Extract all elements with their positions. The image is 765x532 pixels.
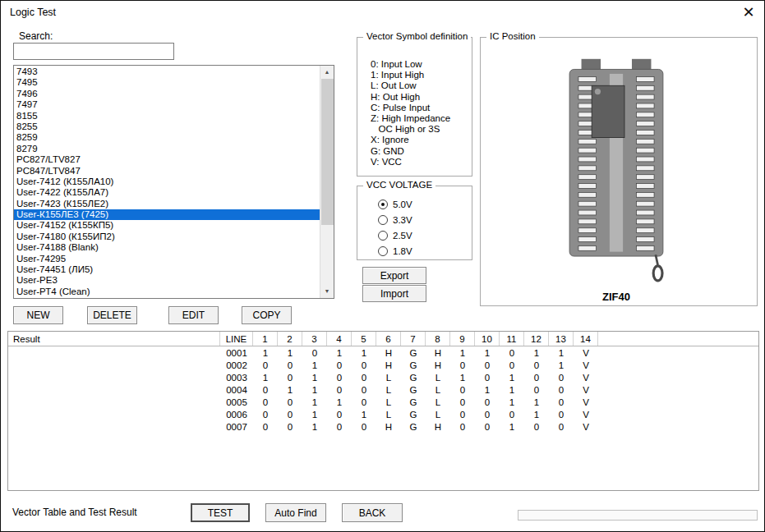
list-item[interactable]: 7497 [14,99,320,110]
zif-socket-graphic [559,57,674,287]
pin-column-header[interactable]: 7 [401,332,426,346]
value-cell: V [574,408,598,420]
value-cell: 0 [500,359,524,371]
list-item[interactable]: User-К155ЛЕ3 (7425) [14,209,320,220]
vcc-option[interactable]: 2.5V [357,227,472,243]
list-item[interactable]: User-74188 (Blank) [14,242,320,253]
pin-column-header[interactable]: 14 [574,332,598,346]
back-button[interactable]: BACK [342,503,403,522]
pin-column-header[interactable]: 12 [524,332,549,346]
vcc-option[interactable]: 1.8V [357,243,472,259]
list-item[interactable]: User-РТ4 (Clean) [14,287,320,297]
table-row[interactable]: 000500110LGL00110V [8,396,758,408]
export-button[interactable]: Export [362,267,426,284]
result-column-header[interactable]: Result [8,332,220,346]
list-scrollbar[interactable]: ▲ ▼ [320,66,334,298]
line-cell: 0001 [220,346,253,359]
pin-column-header[interactable]: 8 [426,332,450,346]
table-row[interactable]: 000401100LGL01100V [8,383,758,396]
pin-column-header[interactable]: 2 [278,332,302,346]
value-cell: G [401,371,426,383]
auto-find-button[interactable]: Auto Find [265,503,326,522]
result-table: Result LINE 1234567891011121314 00011101… [7,331,759,491]
table-row[interactable]: 000700100HGH00100V [8,420,758,433]
vcc-option-label: 1.8V [393,246,412,256]
list-item[interactable]: 7493 [14,66,320,77]
pin-column-header[interactable]: 5 [352,332,376,346]
list-item[interactable]: 7495 [14,77,320,88]
search-input[interactable] [13,43,174,60]
import-button[interactable]: Import [362,285,426,302]
value-cell: 1 [500,371,524,383]
pin-column-header[interactable]: 9 [450,332,475,346]
list-item[interactable]: User-74451 (ЛИ5) [14,264,320,275]
value-cell: 0 [302,346,327,359]
new-button[interactable]: NEW [13,306,63,324]
vcc-option[interactable]: 3.3V [357,212,472,227]
result-cell [8,346,220,359]
list-item[interactable]: User-7423 (К155ЛЕ2) [14,199,320,209]
scroll-down-icon[interactable]: ▼ [320,285,334,298]
list-item[interactable]: 8155 [14,111,320,122]
logic-test-dialog: Logic Test ✕ Search: 7493749574967497815… [0,0,765,532]
value-cell: 1 [327,396,352,408]
table-row[interactable]: 000310100LGL10100V [8,371,758,383]
value-cell: G [401,359,426,371]
table-row[interactable]: 000200100HGH00001V [8,359,758,371]
list-item[interactable]: User-7422 (К155ЛА7) [14,187,320,198]
vcc-options: 5.0V3.3V2.5V1.8V [357,186,472,259]
list-item[interactable]: 8279 [14,144,320,154]
list-item[interactable]: User-РЕ3 [14,275,320,286]
value-cell: 0 [352,420,376,433]
line-column-header[interactable]: LINE [220,332,253,346]
close-icon[interactable]: ✕ [737,2,760,23]
value-cell: 1 [450,346,475,359]
result-table-header: Result LINE 1234567891011121314 [8,332,758,346]
value-cell: L [376,408,401,420]
pin-column-header[interactable]: 10 [475,332,500,346]
list-item[interactable]: 7496 [14,89,320,99]
table-row[interactable]: 000111011HGH11011V [8,346,758,359]
device-list: 74937495749674978155825582598279PC827/LT… [14,66,320,298]
list-item[interactable]: User-74152 (К155КП5) [14,220,320,231]
vcc-option-label: 3.3V [393,215,412,225]
list-item[interactable]: User-7412 (К155ЛА10) [14,177,320,187]
value-cell: L [426,383,450,396]
scroll-up-icon[interactable]: ▲ [320,66,334,79]
test-button[interactable]: TEST [191,503,250,522]
value-cell: 1 [549,359,574,371]
list-item[interactable]: User-74180 (К155ИП2) [14,232,320,242]
pin-column-header[interactable]: 3 [302,332,327,346]
scroll-thumb[interactable] [321,79,334,225]
value-cell: H [426,359,450,371]
value-cell: 1 [302,383,327,396]
table-row[interactable]: 000600101LGL00010V [8,408,758,420]
delete-button[interactable]: DELETE [87,306,137,324]
vcc-option[interactable]: 5.0V [357,196,472,212]
list-item[interactable]: PC847/LTV847 [14,166,320,177]
pin-column-header[interactable]: 4 [327,332,352,346]
copy-button[interactable]: COPY [242,306,292,324]
device-listbox[interactable]: 74937495749674978155825582598279PC827/LT… [13,65,334,299]
value-cell: 0 [327,371,352,383]
line-cell: 0004 [220,383,253,396]
value-cell: G [401,408,426,420]
list-item[interactable]: 8259 [14,132,320,143]
value-cell: V [574,346,598,359]
pin-column-header[interactable]: 1 [253,332,278,346]
header-filler [598,332,758,346]
list-item[interactable]: 8255 [14,122,320,132]
value-cell: L [426,396,450,408]
edit-button[interactable]: EDIT [168,306,219,324]
pin-column-header[interactable]: 11 [500,332,524,346]
value-cell: 0 [549,371,574,383]
value-cell: 0 [450,408,475,420]
value-cell: 1 [475,346,500,359]
pin-column-header[interactable]: 6 [376,332,401,346]
value-cell: 1 [253,371,278,383]
list-item[interactable]: PC827/LTV827 [14,154,320,165]
pin-column-header[interactable]: 13 [549,332,574,346]
list-item[interactable]: User-74295 [14,254,320,264]
value-cell: 0 [549,420,574,433]
vcc-voltage-group: VCC VOLTAGE 5.0V3.3V2.5V1.8V [357,186,472,260]
